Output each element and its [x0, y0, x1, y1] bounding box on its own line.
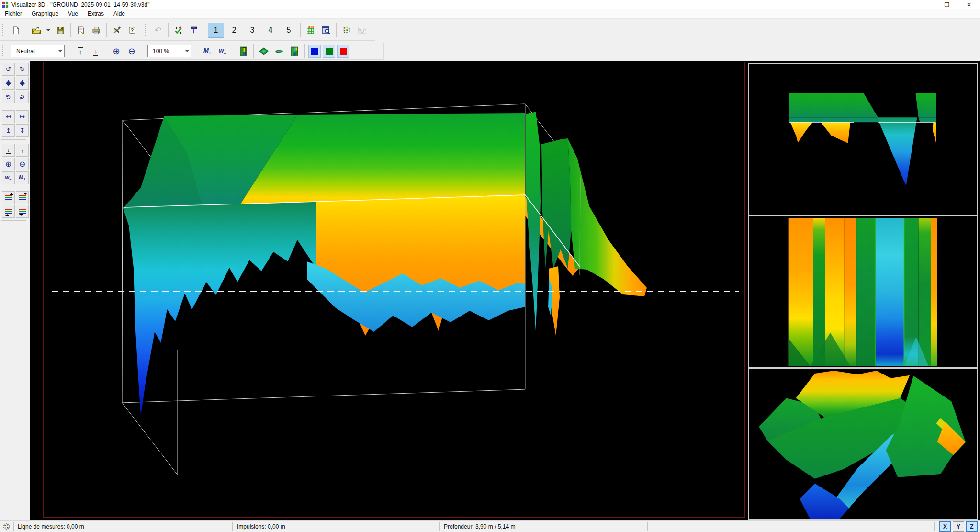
- diamond-surface-icon: [259, 47, 269, 56]
- align-bottom-button[interactable]: ↓: [89, 44, 102, 59]
- rotate-z-cw-button[interactable]: ↻: [16, 91, 29, 103]
- status-gear-icon: [2, 522, 11, 531]
- top-view-scene: [749, 216, 977, 367]
- depth-up-button[interactable]: ↑: [16, 144, 29, 157]
- flat-surface-icon: [274, 47, 284, 56]
- menu-extras[interactable]: Extras: [83, 9, 109, 18]
- scatter-points-icon: [342, 26, 351, 34]
- zoom-level-select[interactable]: 100 %: [147, 45, 191, 57]
- scatter-mode-button[interactable]: [340, 23, 353, 38]
- view-1-button[interactable]: 1: [208, 23, 224, 38]
- zoom-out-button[interactable]: ⊖: [125, 44, 138, 59]
- maximize-button[interactable]: ❐: [936, 0, 958, 9]
- perspective-view-panel[interactable]: [748, 368, 978, 520]
- export-report-button[interactable]: [74, 23, 88, 38]
- move-up-button[interactable]: ↥: [2, 124, 15, 137]
- marker-button[interactable]: [187, 23, 201, 38]
- side-views-zone: [747, 61, 980, 520]
- open-file-button[interactable]: [30, 23, 43, 38]
- front-green-band-left: [789, 93, 878, 117]
- green-channel-icon: [326, 48, 333, 55]
- visualizer-3d-window: Visualizer 3D - "GROUND_2025-09-01_14-59…: [0, 0, 980, 532]
- open-folder-icon: [32, 26, 41, 34]
- view-perspective-button[interactable]: [257, 44, 270, 59]
- view-5-button[interactable]: 5: [281, 23, 297, 38]
- layers-compress-button[interactable]: [16, 205, 29, 218]
- signal-decrease-button[interactable]: w−: [216, 44, 229, 59]
- view-flat-button[interactable]: [272, 44, 286, 59]
- view-top-small-button[interactable]: [288, 44, 301, 59]
- grid-view-button[interactable]: [304, 23, 317, 38]
- move-down-button[interactable]: ↧: [16, 124, 29, 137]
- depth-down-button[interactable]: ↓: [2, 144, 15, 157]
- minimize-button[interactable]: –: [914, 0, 936, 9]
- sidebar-signal-increase-button[interactable]: M+: [16, 171, 29, 184]
- move-right-button[interactable]: ↦: [16, 110, 29, 123]
- layers-up-icon: [5, 194, 12, 201]
- rotate-up-icon: ↺: [6, 66, 11, 73]
- zoom-in-button[interactable]: ⊕: [110, 44, 123, 59]
- signal-curves-button[interactable]: [355, 23, 369, 38]
- sidebar-signal-decrease-button[interactable]: w−: [2, 171, 15, 184]
- menu-fichier[interactable]: Fichier: [0, 9, 27, 18]
- channel-blue-button[interactable]: [308, 45, 321, 58]
- open-file-dropdown[interactable]: [45, 23, 52, 38]
- zoom-out-icon: ⊖: [19, 160, 25, 168]
- rotate-y-left-button[interactable]: [2, 77, 15, 90]
- front-teal-strip-left: [789, 117, 881, 122]
- options-button[interactable]: [110, 23, 124, 38]
- validate-measure-button[interactable]: [172, 23, 185, 38]
- view-2-button[interactable]: 2: [226, 23, 242, 38]
- menu-graphique[interactable]: Graphique: [27, 9, 63, 18]
- arrow-to-bottom-icon: ↓: [6, 147, 11, 154]
- menu-vue[interactable]: Vue: [63, 9, 83, 18]
- rotate-z-ccw-button[interactable]: ↺: [2, 91, 15, 103]
- axis-z-button[interactable]: Z: [966, 521, 978, 532]
- front-green-band-right: [916, 93, 936, 117]
- signal-plus-icon: M+: [19, 174, 25, 181]
- palette-select[interactable]: Neutral: [11, 45, 65, 57]
- close-icon: ✕: [967, 1, 971, 8]
- layers-expand-button[interactable]: [2, 205, 15, 218]
- rotate-x-up-button[interactable]: ↺: [2, 63, 15, 76]
- move-up-icon: ↥: [6, 127, 11, 134]
- chevron-down-icon: [185, 50, 189, 54]
- signal-increase-button[interactable]: M+: [201, 44, 214, 59]
- rotate-x-down-button[interactable]: ↻: [16, 63, 29, 76]
- menu-aide[interactable]: Aide: [109, 9, 130, 18]
- sidebar-zoom-out-button[interactable]: ⊖: [16, 158, 29, 170]
- move-left-button[interactable]: ↤: [2, 110, 15, 123]
- top-view-panel[interactable]: [748, 215, 978, 368]
- view-3d-small-button[interactable]: [237, 44, 250, 59]
- close-button[interactable]: ✕: [958, 0, 980, 9]
- layers-shift-down-button[interactable]: [16, 191, 29, 204]
- channel-red-button[interactable]: [337, 45, 349, 58]
- signal-minus-icon: w−: [5, 174, 12, 181]
- menu-bar: Fichier Graphique Vue Extras Aide: [0, 9, 980, 19]
- arrow-to-top-icon: ↑: [78, 47, 83, 56]
- help-button[interactable]: ?: [125, 23, 139, 38]
- layers-shift-up-button[interactable]: [2, 191, 15, 204]
- save-icon: [56, 26, 65, 34]
- main-toolbar: ? ↶: [0, 19, 980, 42]
- print-preview-button[interactable]: [319, 23, 333, 38]
- undo-button[interactable]: ↶: [151, 23, 165, 38]
- channel-green-button[interactable]: [323, 45, 335, 58]
- blue-channel-icon: [311, 48, 318, 55]
- arrow-to-top-icon: ↑: [20, 147, 25, 154]
- align-top-button[interactable]: ↑: [74, 44, 87, 59]
- print-button[interactable]: [90, 23, 103, 38]
- new-document-icon: [12, 26, 20, 34]
- rotate-y-right-button[interactable]: [16, 77, 29, 90]
- save-button[interactable]: [54, 23, 67, 38]
- move-down-icon: ↧: [20, 127, 25, 134]
- main-3d-view[interactable]: [43, 62, 745, 518]
- sidebar-zoom-in-button[interactable]: ⊕: [2, 158, 15, 170]
- new-file-button[interactable]: [9, 23, 23, 38]
- axis-y-button[interactable]: Y: [953, 521, 964, 532]
- view-3-button[interactable]: 3: [244, 23, 260, 38]
- front-view-panel[interactable]: [748, 63, 978, 215]
- app-icon: [2, 1, 9, 8]
- view-4-button[interactable]: 4: [262, 23, 279, 38]
- axis-x-button[interactable]: X: [939, 521, 951, 532]
